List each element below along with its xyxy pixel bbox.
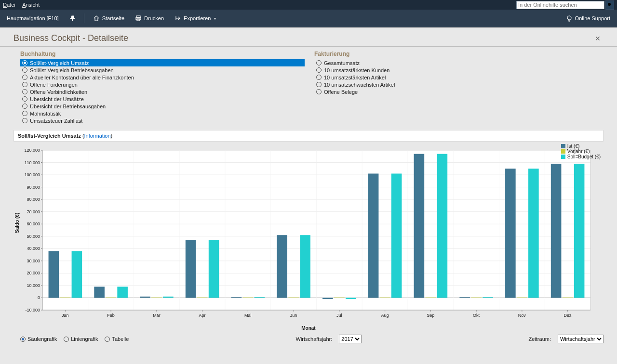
option-item[interactable]: Aktueller Kontostand über alle Finanzkon… [20,74,305,81]
pin-button[interactable] [67,13,77,23]
svg-rect-95 [368,174,379,298]
year-select[interactable]: 2017 [339,335,362,343]
nav-button[interactable]: Hauptnavigation [F10] [5,13,61,23]
radio-icon [22,75,27,80]
option-item[interactable]: Offene Verbindlichkeiten [20,88,305,95]
svg-text:100.000: 100.000 [24,172,40,177]
svg-text:Aug: Aug [381,313,389,318]
option-label: Mahnstatistik [30,111,61,117]
svg-text:70.000: 70.000 [27,209,40,214]
legend-swatch [561,144,565,148]
option-item[interactable]: 10 umsatzstärksten Kunden [314,66,599,74]
svg-text:Jan: Jan [62,313,69,318]
svg-rect-83 [277,235,287,298]
panel-fakturierung: Fakturierung Gesamtumsatz10 umsatzstärks… [314,51,599,124]
option-item[interactable]: Offene Forderungen [20,81,305,88]
radio-icon [22,60,27,65]
option-item[interactable]: Mahnstatistik [20,110,305,117]
svg-rect-72 [197,298,208,298]
svg-rect-65 [140,297,150,298]
radio-icon [22,96,27,102]
period-select[interactable]: Wirtschaftsjahr [558,335,604,343]
svg-rect-79 [255,297,265,298]
support-button[interactable]: Online Support [564,13,612,24]
svg-rect-91 [346,298,356,299]
option-item[interactable]: Übersicht der Betriebsausgaben [20,103,305,110]
radio-icon [316,67,322,73]
svg-rect-66 [151,298,162,298]
menubar: Datei Ansicht [0,0,617,10]
svg-rect-103 [437,154,448,298]
option-item[interactable]: 10 umsatzschwächsten Artikel [314,81,599,88]
option-label: Übersicht der Betriebsausgaben [30,104,106,109]
search-button[interactable] [605,0,614,10]
period-label: Zeitraum: [529,336,551,342]
svg-rect-119 [551,164,562,298]
pin-icon [69,15,75,21]
svg-line-1 [610,5,612,7]
svg-rect-101 [414,154,425,298]
close-button[interactable]: ✕ [592,34,604,43]
svg-text:Jun: Jun [290,313,297,318]
bulb-icon [566,15,573,22]
svg-rect-61 [117,286,128,298]
view-mode-label: Säulengrafik [27,336,57,342]
svg-text:90.000: 90.000 [27,185,40,190]
svg-text:20.000: 20.000 [27,271,40,275]
option-item[interactable]: Offene Belege [314,88,599,95]
svg-rect-90 [334,298,345,298]
option-item[interactable]: Soll/Ist-Vergleich Umsatz [20,59,305,66]
svg-text:80.000: 80.000 [27,197,40,202]
svg-rect-67 [163,297,174,298]
menu-file[interactable]: Datei [3,2,15,8]
option-item[interactable]: 10 umsatzstärksten Artikel [314,74,599,81]
option-item[interactable]: Gesamtumsatz [314,59,599,66]
svg-rect-73 [209,240,219,298]
chart-info-link[interactable]: Information [84,133,111,139]
panel-buchhaltung: Buchhaltung Soll/Ist-Vergleich UmsatzSol… [20,51,305,124]
view-mode-säulengrafik[interactable]: Säulengrafik [20,336,57,342]
svg-text:40.000: 40.000 [27,246,40,251]
search-input[interactable] [516,1,604,9]
option-label: Offene Forderungen [30,82,78,88]
svg-text:Feb: Feb [107,313,115,318]
radio-icon [316,82,322,87]
panel-fakturierung-title: Fakturierung [314,51,599,57]
option-label: Übersicht der Umsätze [30,96,84,102]
option-label: Aktueller Kontostand über alle Finanzkon… [30,75,134,80]
print-icon [135,15,142,22]
view-mode-liniengrafik[interactable]: Liniengrafik [64,336,98,342]
svg-text:Okt: Okt [473,313,480,318]
option-label: Soll/Ist-Vergleich Betriebsausgaben [30,67,114,73]
print-button[interactable]: Drucken [133,13,166,24]
option-label: Gesamtumsatz [324,60,360,66]
option-item[interactable]: Umsatzsteuer Zahllast [20,117,305,124]
radio-icon [22,67,27,73]
svg-rect-114 [517,298,527,298]
home-icon [93,15,100,22]
chart-title: Soll/Ist-Vergleich Umsatz [18,133,81,139]
svg-text:Mär: Mär [153,313,161,318]
option-item[interactable]: Soll/Ist-Vergleich Betriebsausgaben [20,66,305,74]
menu-view[interactable]: Ansicht [22,2,40,8]
year-group: Wirtschaftsjahr: 2017 [296,335,362,343]
svg-text:Apr: Apr [199,313,206,318]
svg-text:60.000: 60.000 [27,221,40,226]
radio-icon [22,118,27,123]
svg-text:Sep: Sep [427,313,434,318]
svg-rect-60 [106,298,116,298]
option-label: Soll/Ist-Vergleich Umsatz [30,60,89,66]
svg-text:0: 0 [38,295,40,300]
view-mode-tabelle[interactable]: Tabelle [105,336,129,342]
svg-rect-113 [505,169,516,298]
svg-rect-120 [563,298,573,298]
chart-plot: -10.000010.00020.00030.00040.00050.00060… [13,142,594,325]
export-button[interactable]: Exportieren▾ [173,13,218,24]
magnifier-icon [607,2,612,7]
option-item[interactable]: Übersicht der Umsätze [20,95,305,103]
svg-rect-107 [459,297,470,298]
svg-text:Dez: Dez [564,313,572,318]
home-button[interactable]: Startseite [91,13,126,24]
svg-text:30.000: 30.000 [27,259,40,263]
radio-icon [20,337,26,342]
